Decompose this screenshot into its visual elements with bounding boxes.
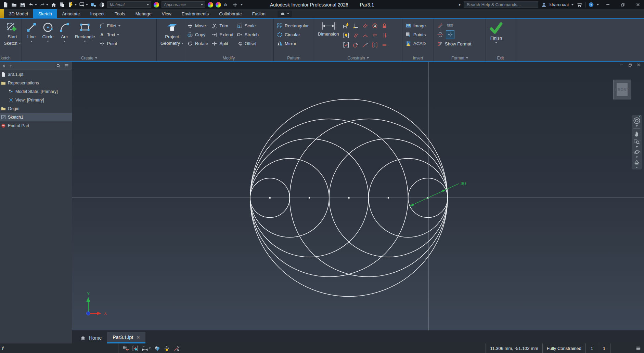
- dropdown-caret-icon[interactable]: [30, 41, 33, 42]
- dropdown-caret-icon[interactable]: [636, 125, 638, 127]
- dropdown-caret-icon[interactable]: [241, 4, 243, 5]
- rectangular-pattern-button[interactable]: Rectangular: [276, 22, 310, 30]
- browser-node-end-of-part[interactable]: End of Part: [0, 121, 72, 130]
- search-input[interactable]: [464, 1, 538, 8]
- help-menu-caret-icon[interactable]: [597, 4, 599, 5]
- status-menu-icon[interactable]: [633, 343, 644, 353]
- win-close-icon[interactable]: [636, 63, 641, 67]
- appearance-select-combo[interactable]: Appearance: [162, 1, 205, 8]
- graphics-canvas[interactable]: 30YX FRONT ✕: [72, 62, 644, 330]
- panel-label-format[interactable]: Format: [434, 55, 486, 61]
- x-small-icon[interactable]: [2, 64, 6, 68]
- center-point-toggle-button[interactable]: [446, 30, 454, 39]
- collinear-constraint-button[interactable]: [361, 22, 370, 30]
- win-min-icon[interactable]: [620, 63, 624, 67]
- extend-button[interactable]: Extend: [210, 30, 234, 39]
- help-icon[interactable]: ?: [588, 2, 594, 8]
- equal-constraint-button[interactable]: [380, 41, 389, 49]
- screen-capture-button[interactable]: [78, 1, 89, 9]
- scale-button[interactable]: Scale: [236, 22, 260, 30]
- trim-button[interactable]: Trim: [210, 22, 234, 30]
- view-cube[interactable]: FRONT: [613, 80, 631, 99]
- browser-node-origin[interactable]: Origin: [0, 104, 72, 113]
- parallel-constraint-button[interactable]: [351, 31, 360, 40]
- browser-node-view-primary-[interactable]: View: [Primary]: [0, 96, 72, 104]
- update-button[interactable]: [67, 1, 78, 9]
- rectangle-button[interactable]: Rectangle: [73, 21, 97, 42]
- home-button[interactable]: [50, 1, 58, 9]
- dropdown-caret-icon[interactable]: [35, 4, 37, 5]
- panel-label-create[interactable]: Create: [22, 55, 156, 61]
- auto-dimension-button[interactable]: [342, 22, 350, 30]
- material-select-combo[interactable]: Material: [107, 1, 151, 8]
- user-avatar-icon[interactable]: [541, 2, 547, 8]
- fillet-button[interactable]: Fillet: [98, 22, 121, 30]
- stretch-button[interactable]: Stretch: [236, 30, 260, 39]
- dropdown-caret-icon[interactable]: [636, 167, 638, 168]
- smooth-constraint-button[interactable]: [361, 41, 370, 49]
- dimension-button[interactable]: Dimension: [316, 21, 340, 37]
- insert-acad-button[interactable]: ACAD: [404, 39, 427, 48]
- browser-search-icon[interactable]: [56, 64, 61, 68]
- arc-button[interactable]: Arc: [57, 21, 72, 42]
- circular-pattern-button[interactable]: Circular: [276, 30, 310, 39]
- dropdown-caret-icon[interactable]: [636, 157, 638, 158]
- line-button[interactable]: Line: [24, 21, 39, 42]
- dropdown-caret-icon[interactable]: [495, 42, 497, 43]
- browser-menu-icon[interactable]: [64, 63, 69, 68]
- dropdown-caret-icon[interactable]: [46, 4, 48, 5]
- pan-button[interactable]: [633, 131, 640, 137]
- browser-node-sketch1[interactable]: Sketch1: [0, 113, 72, 121]
- construction-toggle-button[interactable]: [436, 21, 445, 30]
- zoom-button[interactable]: [633, 138, 640, 145]
- dropdown-caret-icon[interactable]: [95, 57, 97, 59]
- constraint-drag-toggle[interactable]: [173, 345, 180, 352]
- vertical-constraint-button[interactable]: [380, 31, 389, 40]
- minimize-button[interactable]: [602, 0, 614, 9]
- browser-close-icon[interactable]: [2, 64, 6, 68]
- start-sketch-button[interactable]: StartSketch: [2, 21, 23, 46]
- dof-display-toggle[interactable]: [164, 345, 170, 352]
- look-at-button[interactable]: [633, 159, 640, 166]
- split-button[interactable]: Split: [210, 39, 234, 48]
- cart-icon[interactable]: [576, 2, 582, 8]
- insert-image-button[interactable]: Image: [404, 22, 427, 30]
- dropdown-caret-icon[interactable]: [147, 4, 149, 5]
- constraint-settings-button[interactable]: [342, 41, 350, 49]
- tab-inspect[interactable]: Inspect: [85, 9, 110, 18]
- tab-collaborate[interactable]: Collaborate: [214, 9, 247, 18]
- save-button[interactable]: [18, 1, 27, 9]
- doc-tab-home[interactable]: Home: [75, 332, 107, 343]
- browser-node-ar3-1-ipt[interactable]: ar3.1.ipt: [0, 70, 72, 79]
- doc-restore-icon[interactable]: [628, 63, 632, 67]
- dropdown-caret-icon[interactable]: [86, 4, 88, 5]
- centerline-toggle-button[interactable]: [436, 30, 445, 39]
- show-format-button[interactable]: Show Format: [436, 40, 472, 48]
- win-restore-icon[interactable]: [628, 63, 632, 67]
- tab-annotate[interactable]: Annotate: [57, 9, 85, 18]
- circle-center-point[interactable]: [388, 197, 389, 199]
- person-icon[interactable]: [541, 2, 547, 8]
- tab-environments[interactable]: Environments: [177, 9, 214, 18]
- tab-view[interactable]: View: [157, 9, 177, 18]
- component-button[interactable]: [89, 1, 98, 9]
- circle-center-point[interactable]: [348, 197, 350, 199]
- fix-constraint-button[interactable]: [380, 22, 389, 30]
- paste-button[interactable]: [58, 1, 66, 9]
- dropdown-caret-icon[interactable]: [117, 34, 119, 36]
- dropdown-caret-icon[interactable]: [118, 25, 120, 27]
- finish-sketch-button[interactable]: Finish: [488, 21, 504, 43]
- dimension-input-toggle[interactable]: +/-: [142, 345, 151, 352]
- new-file-button[interactable]: [1, 1, 10, 9]
- dropdown-caret-icon[interactable]: [84, 41, 86, 42]
- view-cube-label[interactable]: FRONT: [614, 80, 631, 99]
- open-button[interactable]: [10, 1, 18, 9]
- dropdown-caret-icon[interactable]: [149, 348, 151, 349]
- doc-tab-par3-1-ipt[interactable]: Par3.1.ipt✕: [107, 332, 145, 343]
- undo-button[interactable]: [27, 1, 38, 9]
- symmetric-constraint-button[interactable]: [371, 41, 379, 49]
- dropdown-caret-icon[interactable]: [47, 41, 49, 42]
- file-tab[interactable]: [0, 9, 4, 18]
- search-icon[interactable]: [56, 64, 61, 68]
- win-restore-icon[interactable]: [621, 3, 625, 7]
